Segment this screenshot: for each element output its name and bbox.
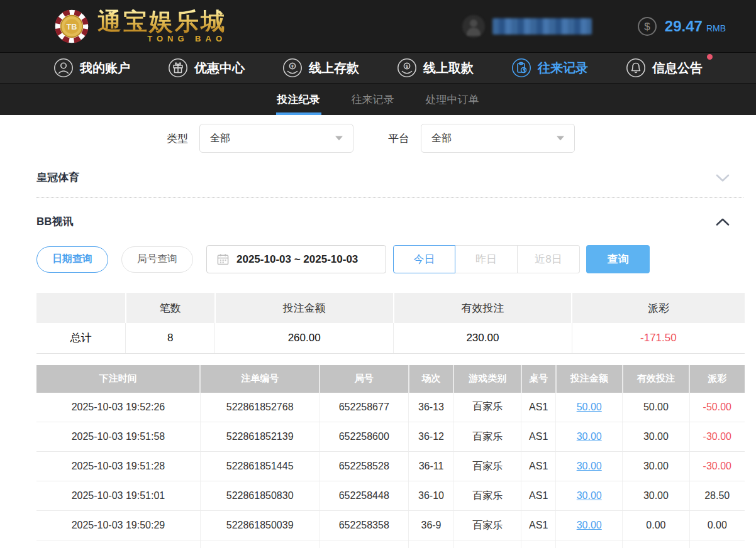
chevron-up-icon[interactable] [716, 217, 730, 226]
platform-filter-label: 平台 [388, 131, 409, 146]
tab-transaction-records[interactable]: 往来记录 [350, 84, 396, 115]
cell-round-number: 652258358 [320, 511, 409, 540]
cell-payout: -50.00 [689, 393, 745, 422]
svg-text:$: $ [644, 21, 650, 33]
cell-game-type: 百家乐 [453, 452, 521, 481]
col-session: 场次 [409, 365, 454, 393]
nav-announcements[interactable]: 信息公告 [626, 58, 703, 78]
section-title: 皇冠体育 [36, 170, 79, 185]
cell-session: 36-12 [409, 422, 454, 452]
col-bet-amount: 投注金额 [556, 365, 623, 393]
summary-header-valid-bet: 有效投注 [394, 293, 572, 323]
table-row: 2025-10-03 19:51:58 522861852139 6522586… [36, 422, 745, 452]
cell-bet-amount [556, 540, 623, 548]
nav-promotions[interactable]: 优惠中心 [168, 58, 245, 78]
cell-valid-bet: 30.00 [623, 452, 689, 481]
cell-bet-time: 2025-10-03 19:50:29 [36, 511, 200, 540]
summary-valid-bet: 230.00 [394, 323, 572, 353]
summary-header-blank [36, 293, 126, 323]
cell-bet-time: 2025-10-03 19:52:26 [36, 393, 200, 422]
main-navigation: 我的账户 优惠中心 ¥ 线上存款 $ 线上取款 [0, 52, 756, 84]
cell-table-number: AS1 [521, 393, 556, 422]
tab-bet-records[interactable]: 投注纪录 [276, 84, 321, 115]
last-8-days-button[interactable]: 近8日 [518, 245, 580, 273]
cell-bet-amount: 30.00 [556, 511, 623, 540]
bell-icon [626, 58, 646, 78]
notification-badge [707, 54, 713, 60]
type-filter-label: 类型 [167, 131, 188, 146]
caret-down-icon [335, 136, 343, 141]
today-button[interactable]: 今日 [393, 245, 455, 273]
bet-amount-link[interactable]: 50.00 [577, 402, 602, 412]
tab-pending-orders[interactable]: 处理中订单 [425, 84, 481, 115]
records-icon [511, 58, 531, 78]
cell-valid-bet: 30.00 [623, 422, 689, 452]
cell-order-number: 522861850830 [200, 481, 320, 511]
cell-round-number: 652258677 [320, 393, 409, 422]
section-bb-video[interactable]: BB视讯 [36, 214, 730, 229]
table-row: 2025-10-03 19:51:28 522861851445 6522585… [36, 452, 745, 481]
cell-order-number [200, 540, 320, 548]
table-row: 2025-10-03 19:50:29 522861850039 6522583… [36, 511, 745, 540]
cell-payout: -30.00 [689, 422, 745, 452]
calendar-icon [217, 253, 229, 265]
main-content: 类型 全部 平台 全部 皇冠体育 BB视讯 日期查询 局号查询 [0, 124, 756, 548]
cell-session: 36-13 [409, 393, 454, 422]
chevron-down-icon[interactable] [716, 173, 730, 182]
nav-online-withdrawal[interactable]: $ 线上取款 [397, 58, 474, 78]
summary-count: 8 [126, 323, 215, 353]
cell-session: 36-11 [409, 452, 454, 481]
col-game-type: 游戏类别 [453, 365, 521, 393]
table-row [36, 540, 745, 548]
bet-amount-link[interactable]: 30.00 [577, 520, 602, 530]
cell-order-number: 522861852768 [200, 393, 320, 422]
cell-session: 36-9 [409, 511, 454, 540]
summary-total-label: 总计 [36, 323, 126, 353]
type-select[interactable]: 全部 [199, 124, 353, 153]
cell-round-number [320, 540, 409, 548]
cell-bet-amount: 30.00 [556, 481, 623, 511]
date-range-picker[interactable]: 2025-10-03 ~ 2025-10-03 [206, 245, 386, 273]
cell-bet-amount: 50.00 [556, 393, 623, 422]
svg-text:$: $ [406, 64, 408, 69]
user-area: $ 29.47 RMB [462, 15, 726, 38]
bet-amount-link[interactable]: 30.00 [577, 431, 602, 442]
cell-table-number: AS1 [521, 511, 556, 540]
brand-wordmark-sub: TONG BAO [147, 35, 226, 43]
brand-logo[interactable]: TB 通宝娱乐城 TONG BAO [53, 8, 226, 45]
summary-bet-amount: 260.00 [215, 323, 394, 353]
casino-chip-icon: TB [53, 8, 90, 45]
balance-display[interactable]: $ 29.47 RMB [637, 16, 726, 36]
bet-amount-link[interactable]: 30.00 [577, 490, 602, 501]
col-payout: 派彩 [689, 365, 745, 393]
quick-range-segment: 今日 昨日 近8日 [393, 245, 580, 273]
round-query-button[interactable]: 局号查询 [121, 246, 193, 273]
cell-bet-amount: 30.00 [556, 452, 623, 481]
nav-online-deposit[interactable]: ¥ 线上存款 [282, 58, 359, 78]
bet-detail-table: 下注时间 注单编号 局号 场次 游戏类别 桌号 投注金额 有效投注 派彩 202… [36, 365, 745, 548]
summary-table: 笔数 投注金额 有效投注 派彩 总计 8 260.00 230.00 -171.… [36, 293, 745, 354]
caret-down-icon [557, 136, 564, 141]
username-redacted[interactable] [492, 18, 592, 35]
bet-amount-link[interactable]: 30.00 [577, 461, 602, 471]
date-query-button[interactable]: 日期查询 [36, 246, 108, 273]
deposit-icon: ¥ [282, 58, 303, 78]
section-crown-sports[interactable]: 皇冠体育 [36, 170, 730, 185]
summary-header-bet-amount: 投注金额 [215, 293, 394, 323]
bet-table-body: 2025-10-03 19:52:26 522861852768 6522586… [36, 393, 745, 548]
search-button[interactable]: 查询 [586, 245, 650, 273]
balance-currency: RMB [706, 19, 726, 33]
gift-icon [168, 58, 188, 78]
nav-transaction-records[interactable]: 往来记录 [511, 58, 588, 78]
user-avatar-icon[interactable] [462, 15, 485, 38]
cell-session [409, 540, 454, 548]
detail-header-row: 下注时间 注单编号 局号 场次 游戏类别 桌号 投注金额 有效投注 派彩 [36, 365, 745, 393]
cell-table-number [521, 540, 556, 548]
cell-round-number: 652258528 [320, 452, 409, 481]
cell-payout: 0.00 [689, 511, 745, 540]
platform-select[interactable]: 全部 [421, 124, 575, 153]
svg-text:TB: TB [67, 22, 77, 31]
col-round-number: 局号 [320, 365, 409, 393]
nav-my-account[interactable]: 我的账户 [53, 58, 130, 78]
yesterday-button[interactable]: 昨日 [455, 245, 518, 273]
